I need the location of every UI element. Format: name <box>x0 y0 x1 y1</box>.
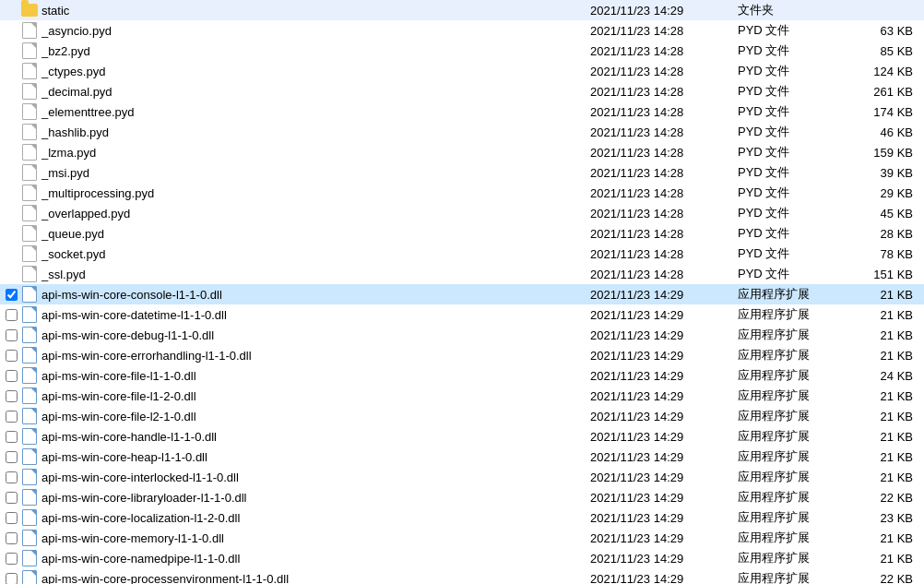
checkbox-area[interactable] <box>2 289 20 301</box>
file-name: _queue.pyd <box>41 227 590 241</box>
file-date: 2021/11/23 14:28 <box>590 186 738 200</box>
file-name: _msi.pyd <box>41 166 590 180</box>
file-date: 2021/11/23 14:29 <box>590 288 738 302</box>
file-name: api-ms-win-core-processenvironment-l1-1-… <box>41 572 590 585</box>
file-size: 21 KB <box>848 349 922 363</box>
file-list[interactable]: static2021/11/23 14:29文件夹_asyncio.pyd202… <box>0 0 924 584</box>
checkbox-area[interactable] <box>2 411 20 423</box>
list-item[interactable]: _msi.pyd2021/11/23 14:28PYD 文件39 KB <box>0 162 924 183</box>
checkbox-area[interactable] <box>2 492 20 504</box>
list-item[interactable]: _multiprocessing.pyd2021/11/23 14:28PYD … <box>0 183 924 203</box>
file-checkbox[interactable] <box>6 329 18 341</box>
file-date: 2021/11/23 14:28 <box>590 65 738 78</box>
file-size: 151 KB <box>848 268 922 281</box>
list-item[interactable]: api-ms-win-core-console-l1-1-0.dll2021/1… <box>0 284 924 304</box>
file-checkbox[interactable] <box>6 553 18 565</box>
file-checkbox[interactable] <box>6 350 18 362</box>
checkbox-area[interactable] <box>2 329 20 341</box>
file-checkbox[interactable] <box>6 573 18 585</box>
list-item[interactable]: api-ms-win-core-file-l2-1-0.dll2021/11/2… <box>0 406 924 426</box>
checkbox-area[interactable] <box>2 370 20 382</box>
list-item[interactable]: _asyncio.pyd2021/11/23 14:28PYD 文件63 KB <box>0 20 924 41</box>
list-item[interactable]: api-ms-win-core-errorhandling-l1-1-0.dll… <box>0 345 924 365</box>
list-item[interactable]: _hashlib.pyd2021/11/23 14:28PYD 文件46 KB <box>0 122 924 142</box>
list-item[interactable]: _ctypes.pyd2021/11/23 14:28PYD 文件124 KB <box>0 61 924 81</box>
checkbox-area[interactable] <box>2 512 20 524</box>
file-name: _overlapped.pyd <box>41 207 590 220</box>
checkbox-area[interactable] <box>2 390 20 402</box>
file-name: api-ms-win-core-heap-l1-1-0.dll <box>41 450 590 464</box>
file-type: 应用程序扩展 <box>738 509 848 526</box>
file-name: api-ms-win-core-file-l1-1-0.dll <box>41 369 590 383</box>
file-checkbox[interactable] <box>6 532 18 544</box>
list-item[interactable]: api-ms-win-core-processenvironment-l1-1-… <box>0 568 924 584</box>
checkbox-area[interactable] <box>2 553 20 565</box>
file-checkbox[interactable] <box>6 390 18 402</box>
file-type: 应用程序扩展 <box>738 428 848 445</box>
list-item[interactable]: api-ms-win-core-datetime-l1-1-0.dll2021/… <box>0 304 924 325</box>
file-checkbox[interactable] <box>6 370 18 382</box>
list-item[interactable]: api-ms-win-core-memory-l1-1-0.dll2021/11… <box>0 528 924 548</box>
file-checkbox[interactable] <box>6 512 18 524</box>
file-size: 45 KB <box>848 207 922 220</box>
file-size: 39 KB <box>848 166 922 180</box>
list-item[interactable]: _decimal.pyd2021/11/23 14:28PYD 文件261 KB <box>0 81 924 101</box>
list-item[interactable]: api-ms-win-core-debug-l1-1-0.dll2021/11/… <box>0 325 924 345</box>
dll-icon <box>20 346 39 364</box>
file-checkbox[interactable] <box>6 431 18 443</box>
file-date: 2021/11/23 14:28 <box>590 166 738 180</box>
list-item[interactable]: api-ms-win-core-file-l1-2-0.dll2021/11/2… <box>0 386 924 406</box>
file-date: 2021/11/23 14:28 <box>590 207 738 220</box>
file-checkbox[interactable] <box>6 411 18 423</box>
file-checkbox[interactable] <box>6 492 18 504</box>
list-item[interactable]: _ssl.pyd2021/11/23 14:28PYD 文件151 KB <box>0 264 924 284</box>
file-checkbox[interactable] <box>6 471 18 483</box>
file-date: 2021/11/23 14:29 <box>590 572 738 585</box>
file-name: static <box>41 4 590 18</box>
file-checkbox[interactable] <box>6 451 18 463</box>
file-size: 21 KB <box>848 328 922 342</box>
list-item[interactable]: api-ms-win-core-interlocked-l1-1-0.dll20… <box>0 467 924 487</box>
checkbox-area[interactable] <box>2 309 20 321</box>
checkbox-area[interactable] <box>2 451 20 463</box>
file-name: _bz2.pyd <box>41 44 590 58</box>
file-size: 85 KB <box>848 44 922 58</box>
list-item[interactable]: _queue.pyd2021/11/23 14:28PYD 文件28 KB <box>0 223 924 244</box>
checkbox-area[interactable] <box>2 350 20 362</box>
list-item[interactable]: static2021/11/23 14:29文件夹 <box>0 0 924 20</box>
file-checkbox[interactable] <box>6 309 18 321</box>
file-name: _elementtree.pyd <box>41 105 590 119</box>
file-size: 21 KB <box>848 471 922 484</box>
file-size: 22 KB <box>848 491 922 505</box>
list-item[interactable]: api-ms-win-core-file-l1-1-0.dll2021/11/2… <box>0 365 924 386</box>
checkbox-area[interactable] <box>2 431 20 443</box>
file-type: PYD 文件 <box>738 164 848 181</box>
list-item[interactable]: api-ms-win-core-handle-l1-1-0.dll2021/11… <box>0 426 924 447</box>
list-item[interactable]: api-ms-win-core-namedpipe-l1-1-0.dll2021… <box>0 548 924 568</box>
dll-icon <box>20 285 39 304</box>
list-item[interactable]: _elementtree.pyd2021/11/23 14:28PYD 文件17… <box>0 101 924 122</box>
file-type: 应用程序扩展 <box>738 408 848 424</box>
list-item[interactable]: _socket.pyd2021/11/23 14:28PYD 文件78 KB <box>0 244 924 264</box>
file-name: api-ms-win-core-localization-l1-2-0.dll <box>41 511 590 525</box>
list-item[interactable]: _lzma.pyd2021/11/23 14:28PYD 文件159 KB <box>0 142 924 162</box>
checkbox-area[interactable] <box>2 471 20 483</box>
file-type: PYD 文件 <box>738 124 848 140</box>
list-item[interactable]: api-ms-win-core-libraryloader-l1-1-0.dll… <box>0 487 924 507</box>
file-name: api-ms-win-core-debug-l1-1-0.dll <box>41 328 590 342</box>
list-item[interactable]: _bz2.pyd2021/11/23 14:28PYD 文件85 KB <box>0 41 924 61</box>
file-date: 2021/11/23 14:28 <box>590 44 738 58</box>
list-item[interactable]: api-ms-win-core-localization-l1-2-0.dll2… <box>0 507 924 528</box>
dll-icon <box>20 549 39 567</box>
file-size: 78 KB <box>848 247 922 261</box>
list-item[interactable]: _overlapped.pyd2021/11/23 14:28PYD 文件45 … <box>0 203 924 223</box>
file-type: 文件夹 <box>738 2 848 18</box>
file-date: 2021/11/23 14:28 <box>590 268 738 281</box>
pyd-icon <box>20 82 39 101</box>
file-name: api-ms-win-core-console-l1-1-0.dll <box>41 288 590 302</box>
file-name: _hashlib.pyd <box>41 125 590 139</box>
checkbox-area[interactable] <box>2 532 20 544</box>
checkbox-area[interactable] <box>2 573 20 585</box>
list-item[interactable]: api-ms-win-core-heap-l1-1-0.dll2021/11/2… <box>0 447 924 467</box>
file-checkbox[interactable] <box>6 289 18 301</box>
